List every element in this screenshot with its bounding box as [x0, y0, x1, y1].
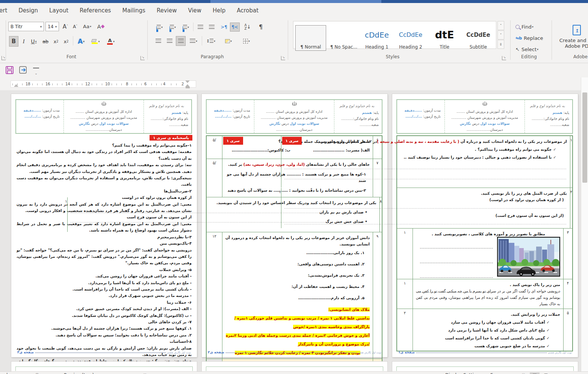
replace-button[interactable]: ⇋b Replace — [515, 34, 549, 42]
chevron-down-icon: ▾ — [248, 39, 250, 43]
font-color-button[interactable]: A ▾ — [104, 36, 117, 47]
italic-button[interactable]: I — [20, 36, 27, 47]
org-line-2: مدیریت آموزش و پرورش شهرستان ...........… — [64, 115, 144, 121]
chevron-down-icon[interactable]: ▾ — [38, 25, 44, 29]
styles-scroll-up-button[interactable]: ˄ — [497, 21, 504, 30]
repeat-icon[interactable] — [19, 66, 28, 75]
align-center-button[interactable] — [165, 36, 174, 46]
tab-design[interactable]: Design — [13, 7, 44, 14]
superscript-button[interactable]: x2 — [62, 36, 71, 47]
change-case-button[interactable]: Aa▾ — [80, 22, 94, 31]
select-button[interactable]: ↖ Select▾ — [515, 45, 549, 53]
answer-dotted-line: ........................................… — [284, 220, 567, 227]
tab-help[interactable]: Help — [207, 7, 231, 14]
tab-references[interactable]: References — [74, 7, 116, 14]
multilevel-list-button[interactable]: ▾ — [180, 23, 191, 32]
increase-indent-button[interactable] — [207, 23, 216, 32]
ltr-text-direction-button[interactable]: >¶ — [219, 23, 229, 32]
style-normal[interactable]: ¶ Normal — [295, 25, 326, 51]
borders-button[interactable]: ▾ — [239, 36, 254, 46]
create-adobe-pdf-button[interactable]: ↥ Create and Sh Adobe PD — [556, 21, 588, 53]
styles-dialog-launcher-icon[interactable]: ↘ — [502, 56, 506, 60]
tab-layout[interactable]: Layout — [44, 7, 74, 14]
shading-button[interactable]: ▾ — [222, 36, 235, 46]
right-indent-marker[interactable] — [14, 84, 18, 87]
font-size-combo[interactable]: 14 ▾ — [45, 22, 59, 31]
clear-formatting-button[interactable]: A — [96, 22, 106, 31]
numbering-button[interactable]: ▾ — [166, 23, 178, 32]
tab-mailings[interactable]: Mailings — [116, 7, 151, 14]
read-mode-button[interactable]: ⌺ — [518, 372, 528, 374]
text-effects-button[interactable]: A▾ — [75, 36, 87, 47]
strikethrough-button[interactable]: ab — [41, 36, 50, 47]
font-name-combo[interactable]: B Titr ▾ — [8, 22, 44, 31]
caret-down-icon: ˇ — [76, 25, 77, 28]
style-heading1[interactable]: cDdEeHeading 1 — [361, 25, 392, 51]
page-1-questions[interactable]: به نام خداوند لوح و قلم پایه: هشتم نام و… — [392, 94, 578, 357]
style-title[interactable]: dtETitle — [429, 25, 460, 51]
quick-access-toolbar: ⌄ — [0, 63, 588, 77]
text-highlight-button[interactable]: ▾ — [89, 36, 102, 47]
ruler-number: 4 — [162, 82, 166, 86]
tab-insert-partial[interactable]: ert — [0, 7, 13, 14]
line-spacing-button[interactable]: ↕▾ — [204, 36, 218, 46]
grow-font-button[interactable]: Aˆ — [61, 22, 70, 31]
ruler-row: 18 16 14 12 10 8 6 4 2 — [0, 77, 588, 90]
web-layout-button[interactable]: ▦ — [541, 372, 551, 374]
rtl-text-direction-button[interactable]: ¶< — [230, 23, 240, 32]
sort-button[interactable]: AZ ↓ — [242, 22, 254, 32]
document-canvas[interactable]: به نام خداوند لوح و قلم پایه: هشتم نام و… — [0, 90, 588, 371]
hanging-indent-marker[interactable] — [185, 84, 190, 87]
bold-button[interactable]: B — [9, 36, 18, 47]
styles-scroll-down-button[interactable]: ˅ — [497, 30, 504, 39]
display-settings-button[interactable]: Display Settings — [445, 372, 482, 374]
display-check-icon[interactable]: ⍔ — [144, 372, 146, 374]
page-4-sliver[interactable] — [392, 362, 578, 371]
ribbon-tab-row: ert Design Layout References Mailings Re… — [0, 3, 588, 18]
styles-gallery-more-button[interactable]: ⇳ — [497, 40, 504, 49]
show-paragraph-marks-button[interactable]: ¶ — [256, 22, 266, 32]
scrollbar-thumb[interactable] — [582, 92, 587, 183]
page-5-sliver[interactable] — [202, 362, 387, 371]
print-layout-button[interactable]: ▤ — [530, 372, 540, 374]
date-value: .../.../..... — [24, 115, 41, 118]
align-left-button[interactable] — [153, 36, 163, 46]
find-button[interactable]: Find▾ — [515, 23, 546, 31]
style-subtitle[interactable]: CcDdEeSubtitle — [463, 25, 494, 51]
font-dialog-launcher-icon[interactable]: ↘ — [141, 56, 145, 60]
justify-button[interactable]: ▾ — [187, 36, 200, 46]
paragraph-dialog-launcher-icon[interactable]: ↘ — [281, 56, 285, 60]
decrease-indent-button[interactable] — [195, 23, 205, 32]
vertical-scrollbar[interactable] — [581, 77, 588, 371]
first-line-indent-marker[interactable] — [185, 80, 190, 83]
proofing-book-icon[interactable]: ⌸ — [36, 372, 38, 374]
shrink-font-button[interactable]: Aˇ — [71, 22, 79, 31]
titlebar-search-strip[interactable] — [210, 0, 381, 3]
focus-button[interactable]: Focus — [490, 372, 503, 374]
qat-customize-button[interactable]: ⌄ — [33, 68, 39, 76]
align-right-button[interactable] — [176, 36, 186, 46]
tab-view[interactable]: View — [182, 7, 207, 14]
language-indicator[interactable]: Persian (Iran) — [64, 372, 94, 374]
page-6-sliver[interactable] — [11, 362, 197, 371]
underline-button[interactable]: U▾ — [28, 36, 39, 47]
ruler-number: 16 — [44, 82, 51, 86]
tab-review[interactable]: Review — [151, 7, 183, 14]
tab-acrobat[interactable]: Acrobat — [231, 7, 264, 14]
style-no-spacing[interactable]: ¶ No Spac... — [328, 25, 359, 51]
chevron-down-icon[interactable]: ▾ — [53, 25, 59, 29]
answer-line: - مدرسه ما در بخش جنوبی شهرک قرار دارد. — [17, 292, 192, 299]
clipboard-dialog-launcher-icon[interactable]: ↘ — [2, 56, 6, 60]
save-icon[interactable] — [5, 66, 14, 74]
arrow-down-icon: ↓ — [247, 24, 251, 30]
footer-line — [35, 353, 166, 353]
style-heading2[interactable]: CcDdEeHeading 2 — [395, 25, 426, 51]
word-count[interactable]: rds — [3, 372, 10, 374]
styles-gallery: ¶ Normal ¶ No Spac... cDdEeHeading 1 CcD… — [293, 21, 496, 49]
bullets-button[interactable]: ▾ — [153, 23, 165, 32]
subscript-button[interactable]: x2 — [51, 36, 60, 47]
chevron-down-icon: ▾ — [187, 26, 189, 29]
left-indent-marker[interactable] — [186, 87, 190, 88]
horizontal-ruler[interactable]: 18 16 14 12 10 8 6 4 2 — [11, 80, 196, 88]
select-cursor-icon: ↖ — [515, 47, 520, 52]
